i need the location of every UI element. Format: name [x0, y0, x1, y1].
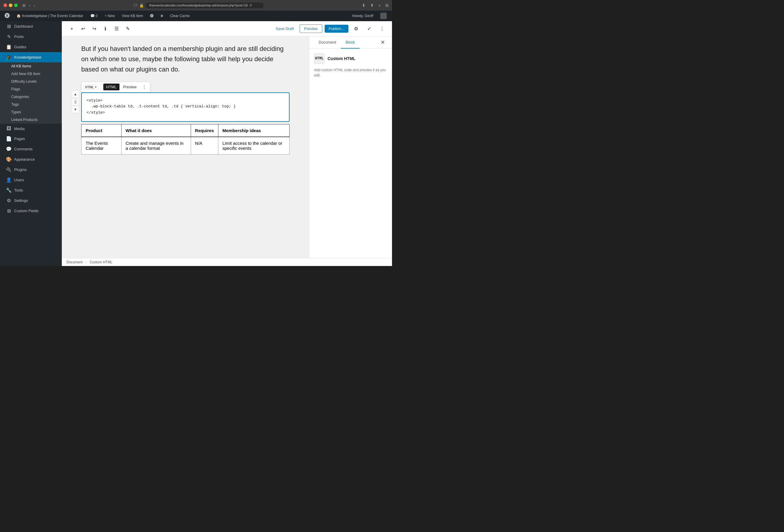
share-icon[interactable]: ⬆ [370, 3, 374, 8]
undo-button[interactable]: ↩ [78, 24, 88, 34]
html-tab[interactable]: HTML [103, 84, 119, 90]
add-block-button[interactable]: + [66, 24, 77, 34]
cell-what-it-does: Create and manage events in a calendar f… [121, 137, 191, 155]
sidebar-item-comments[interactable]: 💬 Comments [0, 144, 62, 154]
posts-label: Posts [14, 34, 24, 39]
info-button[interactable]: ℹ [100, 24, 111, 34]
editor-toolbar: + ↩ ↪ ℹ ☰ ✎ Save Draft Preview Publish..… [62, 21, 392, 36]
more-options-button[interactable]: ⋮ [377, 24, 387, 34]
breadcrumb-document[interactable]: Document [66, 260, 83, 264]
tools-button[interactable]: ✎ [122, 24, 133, 34]
reload-icon[interactable]: ↺ [249, 3, 252, 7]
code-line-3: </style> [86, 110, 284, 116]
product-comparison-table: Product What it does Requires [81, 124, 289, 155]
col-header-what-it-does: What it does [121, 124, 191, 137]
home-icon: 🏠 [17, 14, 21, 18]
preview-tab[interactable]: Preview [120, 84, 140, 90]
settings-icon: ⚙ [6, 198, 12, 203]
sidebar-item-pages[interactable]: 📄 Pages [0, 134, 62, 144]
site-name-link[interactable]: 🏠 Knowledgebase | The Events Calendar [13, 10, 86, 21]
admin-bar: 🅦 🏠 Knowledgebase | The Events Calendar … [0, 10, 392, 21]
breadcrumb-block[interactable]: Custom HTML [90, 260, 112, 264]
sidebar-item-custom-fields[interactable]: ⊞ Custom Fields [0, 206, 62, 216]
forward-icon[interactable]: › [34, 3, 35, 8]
sidebar-item-media[interactable]: 🖼 Media [0, 123, 62, 134]
cell-membership-ideas: Limit access to the calendar or specific… [218, 137, 289, 155]
comments-sidebar-label: Comments [14, 147, 33, 151]
sidebar-item-settings[interactable]: ⚙ Settings [0, 195, 62, 206]
woo-icon: 🅦 [150, 14, 153, 18]
tabs-icon[interactable]: ⧉ [386, 3, 389, 8]
preview-button[interactable]: Preview [300, 24, 322, 33]
tab-block[interactable]: Block [341, 36, 360, 49]
users-icon: 👤 [6, 177, 12, 183]
clear-cache-text: Clear Cache [170, 14, 190, 18]
close-button[interactable] [3, 3, 7, 7]
knowledgebase-label: Knowledgebase [14, 55, 41, 59]
block-more-options-button[interactable]: ⋮ [140, 83, 148, 91]
back-icon[interactable]: ‹ [29, 3, 30, 8]
block-move-controls: ▲ ⣿ ▼ [72, 91, 79, 113]
wp-logo[interactable]: 🅦 [2, 10, 12, 21]
sidebar-item-guides[interactable]: 📋 Guides [0, 42, 62, 52]
block-type-name: Custom HTML [328, 56, 356, 61]
sidebar-item-dashboard[interactable]: ⊞ Dashboard [0, 21, 62, 31]
user-avatar[interactable] [377, 10, 390, 21]
move-down-button[interactable]: ▼ [72, 106, 79, 113]
sidebar-item-posts[interactable]: ✎ Posts [0, 31, 62, 42]
view-kb-text: View KB Item [122, 14, 143, 18]
sidebar-item-tags[interactable]: Tags [0, 101, 62, 108]
maximize-button[interactable] [14, 3, 18, 7]
sidebar-item-types[interactable]: Types [0, 108, 62, 116]
sidebar-item-add-new-kb[interactable]: Add New KB Item [0, 70, 62, 78]
intro-paragraph[interactable]: But if you haven't landed on a membershi… [81, 44, 289, 75]
sidebar-item-flags[interactable]: Flags [0, 85, 62, 93]
minimize-button[interactable] [9, 3, 12, 7]
html-code-editor[interactable]: <style> .wp-block-table td, .t-content t… [81, 92, 289, 122]
sidebar-item-plugins[interactable]: 🔌 Plugins [0, 165, 62, 175]
posts-icon: ✎ [6, 34, 12, 39]
close-panel-button[interactable]: ✕ [378, 37, 387, 48]
woo-icon-link[interactable]: 🅦 [147, 10, 157, 21]
plus-icon: + [70, 26, 73, 31]
clear-cache-link[interactable]: Clear Cache [167, 10, 193, 21]
media-label: Media [14, 127, 24, 131]
appearance-label: Appearance [14, 157, 35, 162]
save-draft-button[interactable]: Save Draft [272, 25, 297, 33]
sidebar-item-linked-products[interactable]: Linked Products [0, 116, 62, 123]
block-type-tag[interactable]: HTML ▾ [83, 84, 98, 90]
list-view-button[interactable]: ☰ [111, 24, 122, 34]
howdy-text[interactable]: Howdy, Geoff [349, 14, 376, 18]
sidebar-item-categories[interactable]: Categories [0, 93, 62, 101]
move-up-button[interactable]: ▲ [72, 91, 79, 98]
tab-document[interactable]: Document [314, 36, 341, 49]
users-label: Users [14, 178, 24, 182]
sidebar-item-tools[interactable]: 🔧 Tools [0, 185, 62, 195]
check-button[interactable]: ✓ [364, 24, 374, 34]
new-tab-icon[interactable]: + [379, 3, 381, 8]
view-kb-link[interactable]: View KB Item [119, 10, 146, 21]
titlebar-right: ⬇ ⬆ + ⧉ [362, 3, 389, 8]
block-toolbar: HTML ▾ HTML Preview ⋮ [81, 82, 150, 92]
guides-icon: 📋 [6, 44, 12, 50]
comments-link[interactable]: 💬 0 [87, 10, 101, 21]
redo-button[interactable]: ↪ [89, 24, 100, 34]
sidebar-item-difficulty-levels[interactable]: Difficulty Levels [0, 78, 62, 85]
sidebar-item-all-kb[interactable]: All KB Items [0, 62, 62, 70]
publish-button[interactable]: Publish... [325, 25, 348, 33]
sidebar-item-users[interactable]: 👤 Users [0, 175, 62, 185]
sidebar-item-knowledgebase[interactable]: 🎓 Knowledgebase [0, 52, 62, 62]
sidebar-item-appearance[interactable]: 🎨 Appearance [0, 154, 62, 165]
breadcrumb-arrow: → [84, 260, 88, 264]
col-header-membership-ideas: Membership ideas [218, 124, 289, 137]
new-item-link[interactable]: + New [102, 10, 118, 21]
download-icon[interactable]: ⬇ [362, 3, 365, 8]
url-bar[interactable]: theeventscalendar.com/knowledgebase/wp-a… [146, 3, 263, 8]
drag-handle[interactable]: ⣿ [72, 98, 79, 105]
settings-button[interactable]: ⚙ [351, 24, 361, 34]
right-panel: Document Block ✕ HTML Custom HTML Add cu… [309, 36, 392, 258]
knowledgebase-submenu: All KB Items Add New KB Item Difficulty … [0, 62, 62, 123]
html-block-container: ▲ ⣿ ▼ HTML ▾ HTML Preview [81, 82, 289, 122]
sidebar-toggle-icon[interactable]: ⊞ [22, 3, 26, 8]
comments-text: 💬 0 [90, 14, 98, 18]
